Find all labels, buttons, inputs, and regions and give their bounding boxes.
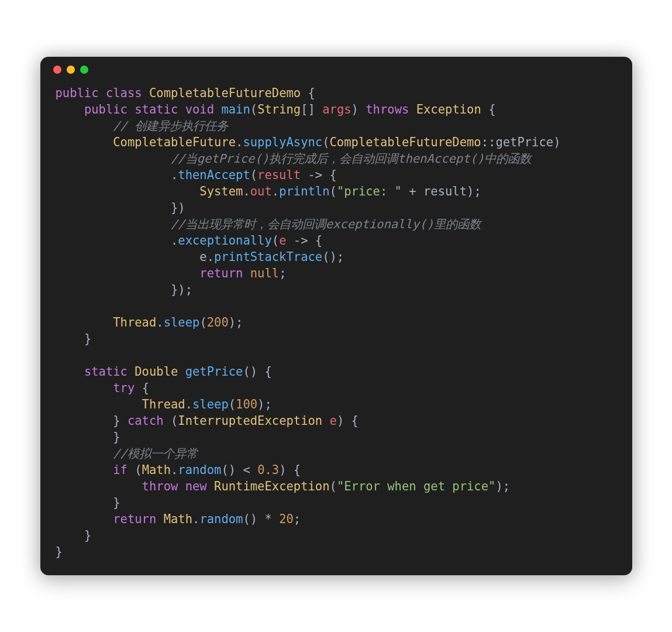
param-result: result — [257, 168, 301, 182]
paren-close: ) — [250, 365, 257, 379]
ty-string: String — [257, 102, 301, 116]
brace-open: { — [294, 463, 301, 477]
semi: ; — [474, 184, 481, 198]
brace-close: } — [113, 414, 120, 428]
paren-close: ) — [250, 512, 257, 526]
kw-public: public — [84, 102, 127, 116]
field-out: out — [250, 184, 272, 198]
semi: ; — [279, 266, 286, 280]
dot: . — [272, 184, 279, 198]
semi: ; — [294, 512, 301, 526]
kw-static: static — [135, 102, 178, 116]
kw-static: static — [84, 365, 127, 379]
paren-open: ( — [229, 397, 236, 411]
paren-close: ) — [178, 283, 185, 297]
paren-close: ) — [495, 479, 502, 493]
param-e: e — [330, 414, 337, 428]
paren-open: ( — [330, 184, 337, 198]
id-result: result — [423, 184, 467, 198]
paren-close: ) — [279, 463, 286, 477]
comment-create: // 创建异步执行任务 — [113, 119, 228, 133]
dot: . — [192, 512, 199, 526]
paren-open: ( — [243, 512, 250, 526]
paren-close: ) — [337, 414, 344, 428]
semi: ; — [185, 283, 192, 297]
ty-ie: InterruptedException — [178, 414, 322, 428]
kw-public: public — [56, 86, 99, 100]
brace-open: { — [264, 365, 271, 379]
fn-random: random — [199, 512, 243, 526]
bracket-open: [ — [301, 102, 308, 116]
arrow: -> — [294, 233, 308, 248]
brace-close: } — [56, 545, 63, 559]
kw-if: if — [113, 463, 127, 477]
minimize-icon[interactable] — [67, 66, 75, 74]
id-e: e — [199, 250, 206, 264]
titlebar — [40, 57, 632, 83]
paren-close: ) — [257, 397, 264, 411]
stage: public class CompletableFutureDemo { pub… — [0, 0, 672, 632]
brace-open: { — [142, 381, 149, 395]
kw-try: try — [113, 381, 135, 395]
fn-supplyasync: supplyAsync — [243, 135, 322, 149]
num-100: 100 — [236, 397, 257, 411]
str-err: "Error when get price" — [337, 479, 496, 493]
close-icon[interactable] — [53, 66, 61, 74]
num-03: 0.3 — [257, 463, 279, 477]
zoom-icon[interactable] — [80, 66, 88, 74]
str-price: "price: " — [337, 184, 402, 198]
num-200: 200 — [207, 315, 229, 329]
kw-throw: throw — [142, 479, 178, 493]
brace-open: { — [351, 414, 359, 428]
paren-close: ) — [229, 315, 236, 329]
ty-double: Double — [135, 365, 178, 379]
arg-args: args — [322, 102, 351, 116]
ty-math: Math — [142, 463, 171, 477]
comment-exceptionally: //当出现异常时，会自动回调exceptionally()里的函数 — [171, 217, 481, 231]
lit-null: null — [250, 266, 279, 280]
dot: . — [185, 397, 192, 411]
brace-open: { — [330, 168, 337, 182]
semi: ; — [264, 397, 271, 411]
fn-println: println — [279, 184, 329, 198]
dot: . — [207, 250, 214, 264]
kw-class: class — [106, 86, 142, 100]
class-name: CompletableFutureDemo — [149, 86, 301, 100]
paren-close: ) — [178, 201, 185, 215]
fn-exceptionally: exceptionally — [178, 233, 271, 248]
paren-close: ) — [467, 184, 474, 198]
paren-open: ( — [330, 479, 337, 493]
paren-open: ( — [221, 463, 228, 477]
semi: ; — [236, 315, 243, 329]
brace-open: { — [488, 102, 495, 116]
dot: . — [156, 315, 163, 329]
ty-re: RuntimeException — [214, 479, 329, 493]
brace-open: { — [308, 86, 315, 100]
code-block[interactable]: public class CompletableFutureDemo { pub… — [40, 83, 632, 575]
paren-close: ) — [553, 135, 560, 149]
ty-math: Math — [164, 512, 192, 526]
paren-open: ( — [322, 250, 329, 264]
semi: ; — [503, 479, 510, 493]
comment-thenaccept: //当getPrice()执行完成后，会自动回调thenAccept()中的函数 — [171, 152, 531, 166]
ty-system: System — [199, 184, 243, 198]
fn-random: random — [178, 463, 221, 477]
kw-throws: throws — [366, 102, 409, 116]
fn-printstack: printStackTrace — [214, 250, 322, 264]
plus: + — [409, 184, 416, 198]
code-window: public class CompletableFutureDemo { pub… — [40, 57, 632, 575]
paren-open: ( — [250, 102, 257, 116]
paren-close: ) — [229, 463, 236, 477]
brace-close: } — [113, 430, 120, 444]
dot: . — [236, 135, 243, 149]
brace-close: } — [171, 201, 178, 215]
bracket-close: ] — [308, 102, 315, 116]
fn-thenaccept: thenAccept — [178, 168, 250, 182]
dot: . — [171, 233, 178, 248]
kw-return: return — [113, 512, 156, 526]
brace-close: } — [171, 283, 178, 297]
kw-return: return — [199, 266, 243, 280]
kw-catch: catch — [127, 414, 164, 428]
paren-open: ( — [272, 233, 279, 248]
lt: < — [243, 463, 250, 477]
